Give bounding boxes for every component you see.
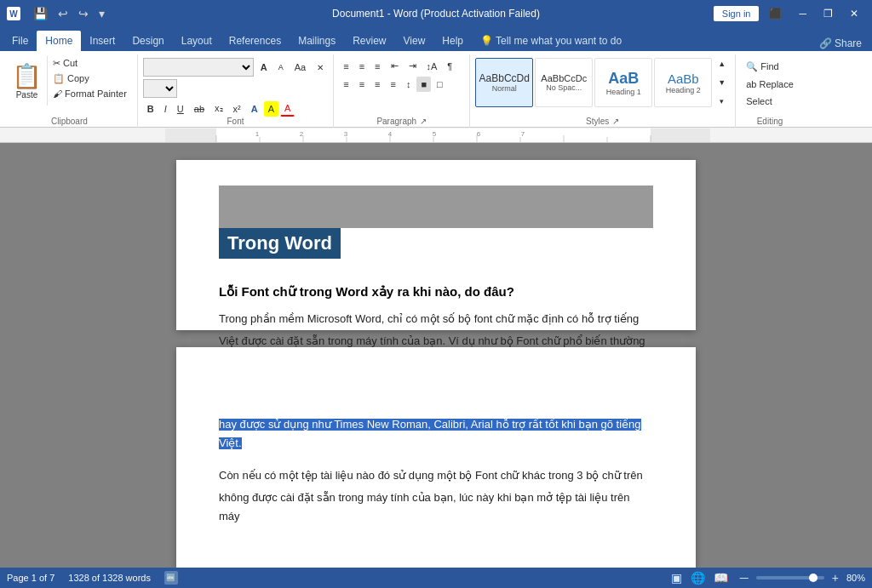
zoom-in-button[interactable]: + [829,571,841,585]
page2-highlight1: hay được sử dụng như Times New Roman, Ca… [219,419,641,431]
svg-text:5: 5 [433,130,437,138]
page1-heading: Lỗi Font chữ trong Word xảy ra khi nào, … [219,284,653,300]
redo-button[interactable]: ↪ [74,5,93,22]
customize-qa-button[interactable]: ▾ [95,5,109,22]
page2-body3: Còn nếu có một tệp tài liệu nào đó sử dụ… [219,466,653,485]
web-layout-button[interactable]: 🌐 [688,571,708,585]
para-row-2: ≡ ≡ ≡ ≡ ↕ ■ □ [339,77,464,92]
styles-dialog-launcher[interactable]: ↗ [612,117,619,126]
underline-button[interactable]: U [173,101,188,117]
superscript-button[interactable]: x² [229,101,245,117]
sign-in-button[interactable]: Sign in [714,6,760,21]
font-format-row: B I U ab x₂ x² A A A [143,100,328,117]
format-painter-button[interactable]: 🖌 Format Painter [49,87,130,100]
text-effect-button[interactable]: A [247,101,262,117]
font-size-select[interactable] [143,79,177,98]
text-highlight-button[interactable]: A [264,101,278,117]
style-heading2[interactable]: AaBb Heading 2 [654,58,712,107]
paste-icon: 📋 [12,62,42,90]
find-button[interactable]: 🔍 Find [741,60,799,74]
numbering-button[interactable]: ≡ [355,59,369,74]
grow-font-button[interactable]: A [256,60,272,75]
status-bar: Page 1 of 7 1328 of 1328 words 🔤 ▣ 🌐 📖 ─… [0,568,872,588]
paste-label: Paste [16,90,38,100]
select-button[interactable]: Select [741,94,799,108]
font-size-row [143,79,328,98]
print-layout-button[interactable]: ▣ [668,571,685,585]
subscript-button[interactable]: x₂ [210,100,227,117]
style-normal[interactable]: AaBbCcDd Normal [475,58,533,107]
close-button[interactable]: ✕ [843,4,865,23]
save-button[interactable]: 💾 [29,5,52,22]
tab-insert[interactable]: Insert [81,31,123,51]
tab-tell-me[interactable]: 💡 Tell me what you want to do [472,31,630,51]
line-spacing-button[interactable]: ↕ [402,77,416,92]
zoom-out-button[interactable]: ─ [737,571,751,585]
restore-ribbon-button[interactable]: ⬛ [762,4,789,23]
style-h2-preview: AaBb [668,71,699,86]
borders-button[interactable]: □ [433,77,447,92]
shading-button[interactable]: ■ [416,77,431,92]
styles-scroll-down[interactable]: ▼ [714,76,730,89]
strikethrough-button[interactable]: ab [190,101,209,117]
word-count: 1328 of 1328 words [68,573,151,583]
undo-button[interactable]: ↩ [54,5,72,22]
style-heading1[interactable]: AaB Heading 1 [594,58,652,107]
bullets-button[interactable]: ≡ [339,59,353,74]
svg-text:4: 4 [388,130,393,138]
paste-button[interactable]: 📋 Paste [7,56,48,106]
tab-review[interactable]: Review [344,31,394,51]
tab-references[interactable]: References [221,31,290,51]
page2-body2: Việt. [219,437,242,449]
page1-title-container: Trong Word [219,228,341,259]
decrease-indent-button[interactable]: ⇤ [387,58,403,74]
minimize-button[interactable]: ─ [792,4,813,23]
tab-file[interactable]: File [3,31,37,51]
tab-mailings[interactable]: Mailings [290,31,344,51]
italic-button[interactable]: I [160,101,171,117]
share-button[interactable]: 🔗 Share [812,36,869,51]
bold-button[interactable]: B [143,101,158,117]
center-button[interactable]: ≡ [355,77,369,92]
shrink-font-button[interactable]: A [274,60,288,74]
replace-button[interactable]: ab Replace [741,77,799,91]
ruler-svg: 1 2 3 4 5 6 7 [165,128,710,142]
style-h1-preview: AaB [608,70,639,88]
tab-design[interactable]: Design [123,31,172,51]
tab-view[interactable]: View [395,31,434,51]
align-left-button[interactable]: ≡ [339,77,353,92]
font-name-select[interactable] [143,58,254,77]
para-row-1: ≡ ≡ ≡ ⇤ ⇥ ↕A ¶ [339,58,464,74]
justify-button[interactable]: ≡ [387,77,400,92]
align-right-button[interactable]: ≡ [370,77,384,92]
font-color-button[interactable]: A [280,100,295,117]
svg-text:2: 2 [300,130,304,138]
status-left: Page 1 of 7 1328 of 1328 words 🔤 [7,571,178,585]
style-nospace-preview: AaBbCcDc [541,73,587,83]
style-normal-preview: AaBbCcDd [479,72,530,84]
restore-button[interactable]: ❐ [817,4,840,23]
styles-more[interactable]: ▾ [714,94,730,108]
show-hide-button[interactable]: ¶ [443,59,456,74]
cut-button[interactable]: ✂ Cut [49,56,130,71]
styles-scroll-up[interactable]: ▲ [714,57,730,71]
multilevel-button[interactable]: ≡ [370,59,384,74]
tab-home[interactable]: Home [37,31,81,51]
font-label: Font [138,117,333,126]
clear-format-button[interactable]: ✕ [313,60,328,75]
change-case-button[interactable]: Aa [290,60,310,75]
zoom-thumb [809,574,818,582]
increase-indent-button[interactable]: ⇥ [404,58,421,74]
tab-layout[interactable]: Layout [173,31,221,51]
ribbon-tabs: File Home Insert Design Layout Reference… [0,27,872,51]
zoom-slider[interactable] [756,576,824,579]
page-1: Trong Word Lỗi Font chữ trong Word xảy r… [176,160,696,330]
copy-button[interactable]: 📋 Copy [49,71,130,86]
clipboard-sub-buttons: ✂ Cut 📋 Copy 🖌 Format Painter [49,56,130,107]
tab-help[interactable]: Help [433,31,472,51]
font-name-row: A A Aa ✕ [143,58,328,77]
sort-button[interactable]: ↕A [422,59,442,74]
style-no-space[interactable]: AaBbCcDc No Spac... [535,58,593,107]
paragraph-dialog-launcher[interactable]: ↗ [420,117,427,126]
read-mode-button[interactable]: 📖 [711,571,731,585]
